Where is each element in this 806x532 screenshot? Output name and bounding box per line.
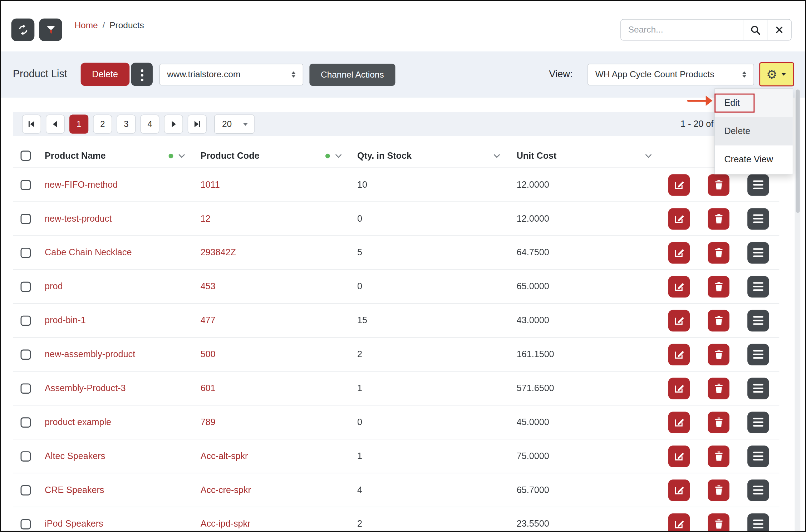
chevron-down-icon[interactable] [644, 151, 653, 160]
row-checkbox[interactable] [21, 315, 31, 326]
row-menu-button[interactable] [747, 412, 769, 433]
row-checkbox[interactable] [21, 485, 31, 495]
row-checkbox[interactable] [21, 383, 31, 394]
product-name-link[interactable]: Altec Speakers [45, 451, 105, 462]
product-name-link[interactable]: Assembly-Product-3 [45, 383, 126, 394]
product-code-link[interactable]: 789 [201, 417, 216, 428]
scrollbar-thumb[interactable] [796, 89, 800, 213]
edit-row-button[interactable] [668, 276, 690, 297]
delete-row-button[interactable] [708, 412, 729, 433]
delete-row-button[interactable] [708, 344, 729, 365]
row-menu-button[interactable] [747, 208, 769, 229]
delete-row-button[interactable] [708, 479, 729, 501]
product-name-link[interactable]: prod [45, 281, 63, 292]
product-code-link[interactable]: 1011 [201, 179, 220, 190]
row-checkbox[interactable] [21, 349, 31, 360]
row-checkbox[interactable] [21, 213, 31, 224]
product-code-link[interactable]: 601 [201, 383, 216, 394]
row-checkbox[interactable] [21, 179, 31, 190]
channel-actions-button[interactable]: Channel Actions [309, 64, 395, 86]
chevron-down-icon[interactable] [492, 151, 501, 160]
view-select[interactable]: WH App Cycle Count Products [588, 64, 754, 85]
row-checkbox[interactable] [21, 281, 31, 292]
edit-row-button[interactable] [668, 412, 690, 433]
edit-row-button[interactable] [668, 513, 690, 532]
previous-page-button[interactable] [46, 115, 65, 134]
row-menu-button[interactable] [747, 242, 769, 263]
product-code-link[interactable]: 500 [201, 349, 216, 360]
edit-row-button[interactable] [668, 208, 690, 229]
search-button[interactable] [743, 20, 767, 40]
product-code-link[interactable]: Acc-ipd-spkr [201, 518, 251, 529]
row-menu-button[interactable] [747, 479, 769, 501]
more-actions-button[interactable] [131, 63, 153, 86]
edit-row-button[interactable] [668, 344, 690, 365]
menu-item-delete[interactable]: Delete [715, 117, 793, 146]
product-name-link[interactable]: CRE Speakers [45, 485, 104, 496]
edit-row-button[interactable] [668, 310, 690, 331]
row-menu-button[interactable] [747, 174, 769, 196]
refresh-button[interactable] [11, 19, 35, 41]
page-button-4[interactable]: 4 [140, 115, 159, 134]
row-menu-button[interactable] [747, 513, 769, 532]
row-menu-button[interactable] [747, 445, 769, 467]
last-page-button[interactable] [188, 115, 207, 134]
product-code-link[interactable]: Acc-alt-spkr [201, 451, 248, 462]
product-name-link[interactable]: product example [45, 417, 111, 428]
product-code-link[interactable]: 12 [201, 213, 211, 224]
delete-row-button[interactable] [708, 445, 729, 467]
edit-row-button[interactable] [668, 242, 690, 263]
view-settings-button[interactable]: ⚙ [759, 62, 794, 87]
row-checkbox[interactable] [21, 247, 31, 258]
row-checkbox[interactable] [21, 451, 31, 461]
chevron-down-icon[interactable] [177, 151, 186, 160]
product-code-link[interactable]: Acc-cre-spkr [201, 485, 251, 496]
row-checkbox[interactable] [21, 417, 31, 428]
select-all-checkbox[interactable] [21, 151, 31, 161]
product-name-link[interactable]: new-assembly-product [45, 349, 135, 360]
header-qty-in-stock[interactable]: Qty. in Stock [357, 150, 412, 161]
next-page-button[interactable] [164, 115, 183, 134]
vertical-scrollbar[interactable] [795, 87, 800, 531]
delete-row-button[interactable] [708, 513, 729, 532]
product-name-link[interactable]: new-FIFO-method [45, 179, 118, 190]
search-input[interactable] [621, 20, 743, 40]
row-menu-button[interactable] [747, 276, 769, 297]
product-code-link[interactable]: 453 [201, 281, 216, 292]
product-name-link[interactable]: iPod Speakers [45, 518, 103, 529]
page-button-3[interactable]: 3 [117, 115, 136, 134]
header-unit-cost[interactable]: Unit Cost [517, 150, 557, 161]
filter-button[interactable] [39, 19, 62, 41]
delete-row-button[interactable] [708, 378, 729, 399]
edit-row-button[interactable] [668, 445, 690, 467]
row-checkbox[interactable] [21, 519, 31, 529]
delete-row-button[interactable] [708, 242, 729, 263]
delete-row-button[interactable] [708, 276, 729, 297]
edit-row-button[interactable] [668, 479, 690, 501]
delete-row-button[interactable] [708, 174, 729, 196]
product-code-link[interactable]: 293842Z [201, 247, 236, 258]
page-button-2[interactable]: 2 [93, 115, 112, 134]
header-product-code[interactable]: Product Code [201, 150, 260, 161]
row-menu-button[interactable] [747, 310, 769, 331]
delete-row-button[interactable] [708, 208, 729, 229]
delete-row-button[interactable] [708, 310, 729, 331]
product-name-link[interactable]: Cabe Chain Necklace [45, 247, 132, 258]
menu-item-edit[interactable]: Edit [715, 89, 793, 117]
first-page-button[interactable] [22, 115, 41, 134]
store-select[interactable]: www.trialstore.com [159, 64, 304, 85]
page-size-select[interactable]: 20 [214, 115, 254, 134]
page-button-1[interactable]: 1 [69, 115, 88, 134]
edit-row-button[interactable] [668, 174, 690, 196]
row-menu-button[interactable] [747, 378, 769, 399]
product-name-link[interactable]: prod-bin-1 [45, 315, 86, 326]
header-product-name[interactable]: Product Name [45, 150, 106, 161]
chevron-down-icon[interactable] [334, 151, 343, 160]
edit-row-button[interactable] [668, 378, 690, 399]
delete-selected-button[interactable]: Delete [81, 63, 129, 86]
row-menu-button[interactable] [747, 344, 769, 365]
product-code-link[interactable]: 477 [201, 315, 216, 326]
breadcrumb-home-link[interactable]: Home [74, 21, 98, 31]
menu-item-create-view[interactable]: Create View [715, 146, 793, 174]
clear-search-button[interactable] [767, 20, 791, 40]
